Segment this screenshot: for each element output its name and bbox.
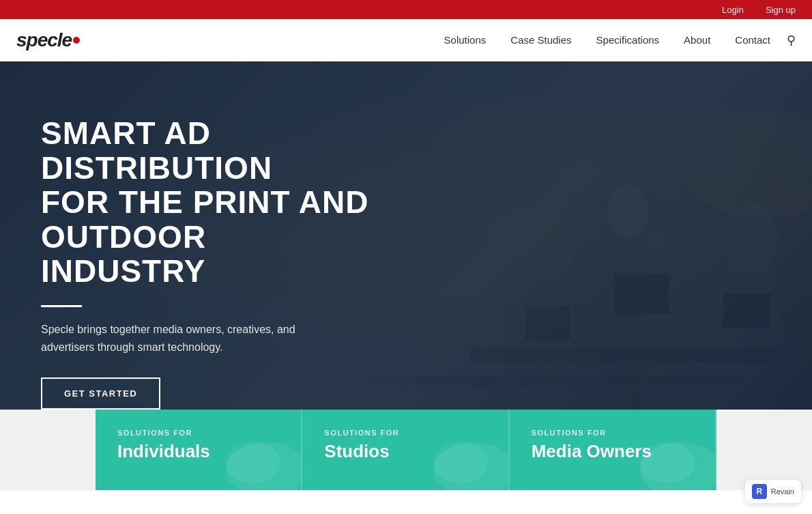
solutions-spacer-right — [716, 410, 812, 490]
nav-item-solutions[interactable]: Solutions — [444, 34, 487, 46]
hero-title: SMART AD DISTRIBUTION FOR THE PRINT AND … — [41, 116, 409, 289]
nav-item-case-studies[interactable]: Case Studies — [510, 34, 571, 46]
logo[interactable]: specle — [16, 29, 80, 51]
revain-badge: R Revain — [745, 480, 801, 490]
about-link[interactable]: About — [684, 34, 710, 46]
search-button[interactable]: ⚲ — [787, 33, 796, 48]
solution-card-individuals[interactable]: SOLUTIONS FOR Individuals — [96, 410, 302, 490]
nav-item-contact[interactable]: Contact — [735, 34, 770, 46]
navbar: specle Solutions Case Studies Specificat… — [0, 19, 812, 61]
contact-link[interactable]: Contact — [735, 34, 770, 46]
hero-divider — [41, 305, 82, 307]
nav-links: Solutions Case Studies Specifications Ab… — [444, 34, 770, 46]
top-bar: Login Sign up — [0, 0, 812, 19]
signup-link[interactable]: Sign up — [766, 5, 796, 15]
nav-item-specifications[interactable]: Specifications — [596, 34, 660, 46]
solutions-spacer-left — [0, 410, 96, 490]
hero-subtitle: Specle brings together media owners, cre… — [41, 321, 314, 356]
solution-label-individuals: SOLUTIONS FOR — [117, 429, 279, 437]
specifications-link[interactable]: Specifications — [596, 34, 660, 46]
solution-title-individuals: Individuals — [117, 441, 279, 462]
get-started-button[interactable]: GET STARTED — [41, 377, 160, 410]
solutions-row: SOLUTIONS FOR Individuals SOLUTIONS FOR … — [0, 410, 812, 490]
search-icon: ⚲ — [787, 33, 796, 47]
case-studies-link[interactable]: Case Studies — [510, 34, 571, 46]
login-link[interactable]: Login — [722, 5, 744, 15]
logo-dot — [73, 37, 80, 44]
solution-title-media-owners: Media Owners — [532, 441, 693, 462]
nav-item-about[interactable]: About — [684, 34, 710, 46]
solution-card-media-owners[interactable]: SOLUTIONS FOR Media Owners — [510, 410, 716, 490]
revain-icon: R — [752, 484, 767, 490]
solution-title-studios: Studios — [324, 441, 486, 462]
solution-label-media-owners: SOLUTIONS FOR — [532, 429, 693, 437]
solution-label-studios: SOLUTIONS FOR — [324, 429, 486, 437]
solutions-link[interactable]: Solutions — [444, 34, 487, 46]
solution-card-studios[interactable]: SOLUTIONS FOR Studios — [302, 410, 509, 490]
logo-text: specle — [16, 29, 80, 51]
hero-content: SMART AD DISTRIBUTION FOR THE PRINT AND … — [0, 61, 450, 410]
hero-section: SMART AD DISTRIBUTION FOR THE PRINT AND … — [0, 61, 812, 410]
revain-label: Revain — [771, 487, 794, 490]
